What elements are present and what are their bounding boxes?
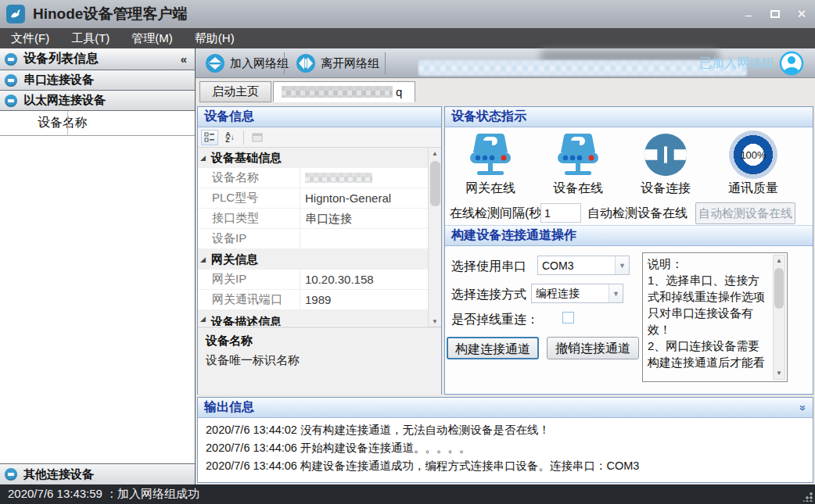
- comm-quality-donut: 100%: [729, 130, 777, 179]
- channel-operations: 选择使用串口 COM3 ▼ 选择连接方式 编程连接 ▼ 是否掉线重连： 构建连接…: [445, 246, 813, 395]
- maximize-button[interactable]: [762, 3, 788, 25]
- menu-tools[interactable]: 工具(T): [60, 28, 120, 48]
- categorize-icon[interactable]: [201, 130, 218, 145]
- join-network-button[interactable]: 加入网络组: [199, 52, 295, 75]
- scroll-up-icon[interactable]: ▲: [776, 256, 782, 266]
- scroll-down-icon[interactable]: ▼: [776, 368, 782, 379]
- category-device-description[interactable]: ◢ 设备描述信息: [198, 310, 441, 326]
- serial-port-select[interactable]: COM3 ▼: [537, 256, 630, 275]
- user-avatar-icon[interactable]: [779, 51, 804, 76]
- minimize-button[interactable]: –: [735, 3, 762, 25]
- menu-file[interactable]: 文件(F): [0, 28, 60, 48]
- scroll-down-icon[interactable]: ▼: [432, 316, 438, 327]
- sort-az-icon[interactable]: AZ↓: [221, 130, 239, 145]
- indicator-comm-quality: 100% 通讯质量: [709, 130, 797, 197]
- chevron-down-icon[interactable]: ▼: [609, 284, 623, 302]
- property-row[interactable]: 设备名称: [198, 168, 441, 188]
- leave-network-button[interactable]: 离开网络组: [289, 52, 386, 75]
- category-gateway-info[interactable]: ◢ 网关信息: [198, 249, 441, 270]
- device-info-panel: 设备信息 AZ↓ ◢ 设备基础信息: [197, 106, 442, 395]
- property-row[interactable]: 接口类型 串口连接: [198, 209, 441, 229]
- log-line: 2020/7/6 13:44:06 构建设备连接通道成功，编程方式连接串口设备。…: [206, 457, 805, 475]
- property-row[interactable]: PLC型号 Hignton-General: [198, 188, 441, 209]
- expander-icon: ◢: [200, 256, 211, 263]
- property-row[interactable]: 网关通讯端口 1989: [198, 290, 441, 310]
- menu-bar: 文件(F) 工具(T) 管理(M) 帮助(H): [0, 28, 815, 48]
- property-grid-scrollbar[interactable]: ▲ ▼: [428, 148, 441, 327]
- scroll-up-icon[interactable]: ▲: [432, 148, 438, 159]
- toolbar-separator: [243, 130, 244, 145]
- instructions-scrollbar[interactable]: ▲ ▼: [773, 255, 785, 380]
- tab-device[interactable]: q: [273, 81, 415, 102]
- collapse-output-icon[interactable]: »: [797, 405, 810, 411]
- status-message: 2020/7/6 13:43:59 ：加入网络组成功: [8, 487, 199, 502]
- sidebar-item-ethernet-devices[interactable]: 以太网连接设备: [0, 91, 195, 111]
- output-log-area[interactable]: 2020/7/6 13:44:02 没有构建连接通道，无法自动检测设备是否在线！…: [198, 418, 813, 478]
- revoke-channel-button[interactable]: 撤销连接通道: [547, 337, 639, 359]
- censored-user-info: [418, 60, 747, 76]
- auto-detect-label: 自动检测设备在线: [587, 206, 688, 222]
- instructions-box: 说明： 1、选择串口、连接方式和掉线重连操作选项只对串口连接设备有效！ 2、网口…: [642, 252, 788, 382]
- output-panel: 输出信息 » 2020/7/6 13:44:02 没有构建连接通道，无法自动检测…: [197, 397, 813, 483]
- scrollbar-thumb[interactable]: [430, 161, 440, 206]
- close-button[interactable]: ✕: [788, 3, 815, 25]
- title-bar: Hinode设备管理客户端 – ✕: [0, 0, 815, 28]
- build-channel-button[interactable]: 构建连接通道: [447, 337, 539, 359]
- window-title: Hinode设备管理客户端: [33, 4, 187, 24]
- scrollbar-thumb[interactable]: [774, 268, 784, 309]
- chevron-down-icon[interactable]: ▼: [615, 256, 629, 274]
- online-detect-row: 在线检测间隔(秒 自动检测设备在线 自动检测设备在线: [445, 201, 813, 226]
- connect-mode-select[interactable]: 编程连接 ▼: [531, 284, 623, 303]
- censored-device-name: [305, 173, 372, 183]
- sidebar-item-other-devices[interactable]: 其他连接设备: [0, 463, 195, 484]
- device-online-icon: [553, 130, 603, 179]
- device-list-sidebar: 设备列表信息 « 串口连接设备 以太网连接设备 设备名称 其他连接设备: [0, 48, 196, 484]
- collapse-left-icon[interactable]: «: [181, 52, 187, 66]
- menu-manage[interactable]: 管理(M): [120, 28, 184, 48]
- status-bar: 2020/7/6 13:43:59 ：加入网络组成功: [0, 484, 815, 504]
- expander-icon: ◢: [200, 154, 211, 162]
- sidebar-header[interactable]: 设备列表信息 «: [0, 48, 195, 70]
- maximize-icon: [770, 10, 780, 18]
- app-logo-icon: [6, 5, 25, 23]
- gateway-online-icon: [465, 130, 515, 179]
- tab-home[interactable]: 启动主页: [199, 81, 271, 102]
- toolbar-separator: [284, 52, 285, 74]
- toolbar-separator: [385, 52, 386, 74]
- property-grid: ◢ 设备基础信息 设备名称 PLC型号 Hignton-General 接口类型…: [198, 148, 441, 327]
- device-list-area[interactable]: [0, 136, 195, 463]
- tab-bar: 启动主页 q: [196, 78, 815, 102]
- note-line: 1、选择串口、连接方式和掉线重连操作选项只对串口连接设备有效！: [648, 272, 771, 338]
- indicator-device-online: 设备在线: [534, 130, 622, 197]
- leave-network-icon: [296, 53, 316, 73]
- sidebar-item-serial-devices[interactable]: 串口连接设备: [0, 70, 195, 91]
- device-name-column-header[interactable]: 设备名称: [38, 115, 88, 131]
- device-info-header: 设备信息: [198, 107, 441, 127]
- menu-help[interactable]: 帮助(H): [184, 28, 246, 48]
- property-pages-icon: [249, 130, 266, 145]
- device-connect-icon: [641, 130, 690, 179]
- log-line: 2020/7/6 13:44:06 开始构建设备连接通道。。。。。: [206, 439, 805, 457]
- network-toolbar: 加入网络组 离开网络组 已加入网络组: [196, 48, 815, 78]
- resize-grip[interactable]: [803, 492, 813, 502]
- output-header: 输出信息 »: [198, 398, 813, 418]
- sidebar-header-label: 设备列表信息: [23, 51, 99, 67]
- reconnect-checkbox[interactable]: [562, 312, 574, 323]
- expander-icon: ◢: [200, 315, 211, 323]
- column-divider: [67, 111, 68, 136]
- interval-label: 在线检测间隔(秒: [450, 206, 544, 222]
- device-list-icon: [5, 53, 17, 66]
- property-description-area: 设备名称 设备唯一标识名称: [198, 327, 441, 395]
- interval-input[interactable]: [540, 203, 581, 223]
- auto-detect-button[interactable]: 自动检测设备在线: [695, 202, 795, 224]
- property-row[interactable]: 网关IP 10.20.30.158: [198, 270, 441, 290]
- comm-quality-value: 100%: [740, 149, 766, 161]
- property-row[interactable]: 设备IP: [198, 229, 441, 249]
- censored-tab-title: [282, 86, 393, 98]
- category-basic-info[interactable]: ◢ 设备基础信息: [198, 148, 441, 168]
- ethernet-device-icon: [5, 95, 17, 107]
- status-indicators: 网关在线 设备在线: [445, 127, 813, 201]
- device-status-header: 设备状态指示: [445, 107, 813, 127]
- join-network-icon: [205, 53, 225, 73]
- note-line: 说明：: [648, 256, 771, 272]
